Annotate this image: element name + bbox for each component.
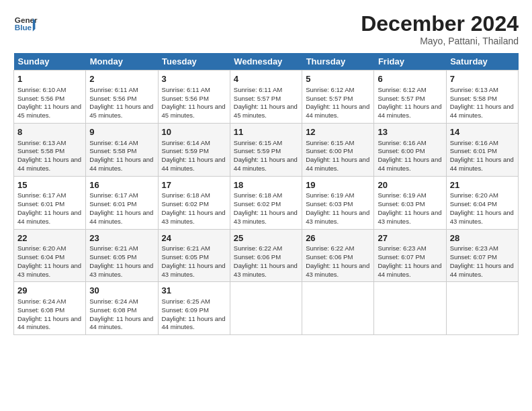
day-number: 11: [234, 126, 298, 138]
daylight-text: Daylight: 11 hours and 44 minutes.: [450, 103, 514, 119]
day-number: 14: [450, 126, 515, 138]
day-number: 12: [306, 126, 370, 138]
calendar-cell: 10Sunrise: 6:14 AMSunset: 5:59 PMDayligh…: [158, 123, 230, 176]
calendar-cell: 3Sunrise: 6:11 AMSunset: 5:56 PMDaylight…: [158, 71, 230, 124]
day-number: 10: [162, 126, 226, 138]
calendar-cell: 1Sunrise: 6:10 AMSunset: 5:56 PMDaylight…: [14, 71, 86, 124]
sunset-text: Sunset: 5:56 PM: [17, 95, 64, 102]
sunrise-text: Sunrise: 6:20 AM: [17, 244, 66, 252]
calendar-cell: 4Sunrise: 6:11 AMSunset: 5:57 PMDaylight…: [230, 71, 302, 124]
calendar-cell: 30Sunrise: 6:24 AMSunset: 6:08 PMDayligh…: [86, 282, 158, 335]
sunrise-text: Sunrise: 6:15 AM: [306, 139, 354, 146]
daylight-text: Daylight: 11 hours and 43 minutes.: [89, 262, 153, 278]
sunset-text: Sunset: 5:57 PM: [234, 95, 281, 102]
calendar-cell: [302, 282, 374, 335]
daylight-text: Daylight: 11 hours and 43 minutes.: [234, 262, 298, 278]
sunrise-text: Sunrise: 6:13 AM: [450, 86, 498, 93]
sunrise-text: Sunrise: 6:19 AM: [378, 191, 426, 199]
day-number: 6: [378, 73, 442, 85]
sunrise-text: Sunrise: 6:16 AM: [450, 139, 498, 146]
sunset-text: Sunset: 5:58 PM: [450, 95, 497, 102]
daylight-text: Daylight: 11 hours and 44 minutes.: [234, 156, 298, 172]
day-number: 7: [450, 73, 515, 85]
sunset-text: Sunset: 6:02 PM: [234, 200, 281, 208]
calendar-cell: 17Sunrise: 6:18 AMSunset: 6:02 PMDayligh…: [158, 176, 230, 229]
sunset-text: Sunset: 6:01 PM: [17, 200, 64, 208]
calendar-cell: 25Sunrise: 6:22 AMSunset: 6:06 PMDayligh…: [230, 229, 302, 282]
daylight-text: Daylight: 11 hours and 45 minutes.: [89, 103, 153, 119]
daylight-text: Daylight: 11 hours and 44 minutes.: [17, 156, 81, 172]
sunset-text: Sunset: 6:03 PM: [306, 200, 353, 208]
calendar-table: Sunday Monday Tuesday Wednesday Thursday…: [13, 53, 519, 335]
sunset-text: Sunset: 5:58 PM: [17, 147, 64, 154]
daylight-text: Daylight: 11 hours and 44 minutes.: [89, 156, 153, 172]
daylight-text: Daylight: 11 hours and 44 minutes.: [162, 315, 226, 331]
location-title: Mayo, Pattani, Thailand: [361, 36, 519, 46]
sunrise-text: Sunrise: 6:15 AM: [234, 139, 282, 146]
sunset-text: Sunset: 6:07 PM: [378, 253, 425, 261]
day-number: 28: [450, 232, 515, 244]
sunrise-text: Sunrise: 6:17 AM: [17, 191, 66, 199]
calendar-cell: 13Sunrise: 6:16 AMSunset: 6:00 PMDayligh…: [374, 123, 446, 176]
calendar-cell: 18Sunrise: 6:18 AMSunset: 6:02 PMDayligh…: [230, 176, 302, 229]
sunset-text: Sunset: 6:08 PM: [17, 306, 64, 314]
logo: General Blue: [13, 12, 38, 36]
week-row-5: 29Sunrise: 6:24 AMSunset: 6:08 PMDayligh…: [14, 282, 519, 335]
sunrise-text: Sunrise: 6:10 AM: [17, 86, 66, 93]
sunset-text: Sunset: 6:01 PM: [450, 147, 497, 154]
sunset-text: Sunset: 6:00 PM: [378, 147, 425, 154]
sunrise-text: Sunrise: 6:12 AM: [378, 86, 426, 93]
sunrise-text: Sunrise: 6:12 AM: [306, 86, 354, 93]
day-number: 25: [234, 232, 298, 244]
daylight-text: Daylight: 11 hours and 43 minutes.: [306, 262, 369, 278]
week-row-4: 22Sunrise: 6:20 AMSunset: 6:04 PMDayligh…: [14, 229, 519, 282]
sunrise-text: Sunrise: 6:22 AM: [306, 244, 354, 252]
col-thursday: Thursday: [302, 53, 374, 71]
sunset-text: Sunset: 6:04 PM: [450, 200, 497, 208]
sunrise-text: Sunrise: 6:16 AM: [378, 139, 426, 146]
week-row-3: 15Sunrise: 6:17 AMSunset: 6:01 PMDayligh…: [14, 176, 519, 229]
day-number: 5: [306, 73, 370, 85]
day-number: 8: [17, 126, 82, 138]
page-container: General Blue December 2024 Mayo, Pattani…: [0, 0, 532, 342]
daylight-text: Daylight: 11 hours and 44 minutes.: [306, 156, 369, 172]
sunset-text: Sunset: 5:58 PM: [89, 147, 136, 154]
logo-icon: General Blue: [13, 12, 38, 36]
day-number: 24: [162, 232, 226, 244]
sunset-text: Sunset: 5:59 PM: [162, 147, 209, 154]
daylight-text: Daylight: 11 hours and 44 minutes.: [17, 209, 81, 225]
day-number: 1: [17, 73, 82, 85]
day-number: 2: [89, 73, 154, 85]
day-number: 4: [234, 73, 298, 85]
day-number: 9: [89, 126, 154, 138]
calendar-cell: 23Sunrise: 6:21 AMSunset: 6:05 PMDayligh…: [86, 229, 158, 282]
calendar-cell: [446, 282, 518, 335]
sunrise-text: Sunrise: 6:14 AM: [89, 139, 138, 146]
calendar-cell: 11Sunrise: 6:15 AMSunset: 5:59 PMDayligh…: [230, 123, 302, 176]
sunrise-text: Sunrise: 6:11 AM: [234, 86, 282, 93]
day-number: 22: [17, 232, 82, 244]
sunrise-text: Sunrise: 6:23 AM: [450, 244, 498, 252]
week-row-2: 8Sunrise: 6:13 AMSunset: 5:58 PMDaylight…: [14, 123, 519, 176]
sunrise-text: Sunrise: 6:11 AM: [89, 86, 138, 93]
col-tuesday: Tuesday: [158, 53, 230, 71]
daylight-text: Daylight: 11 hours and 44 minutes.: [306, 103, 369, 119]
day-number: 23: [89, 232, 154, 244]
daylight-text: Daylight: 11 hours and 43 minutes.: [378, 209, 441, 225]
sunrise-text: Sunrise: 6:18 AM: [234, 191, 282, 199]
calendar-cell: 26Sunrise: 6:22 AMSunset: 6:06 PMDayligh…: [302, 229, 374, 282]
daylight-text: Daylight: 11 hours and 44 minutes.: [378, 156, 441, 172]
calendar-cell: 19Sunrise: 6:19 AMSunset: 6:03 PMDayligh…: [302, 176, 374, 229]
col-monday: Monday: [86, 53, 158, 71]
daylight-text: Daylight: 11 hours and 44 minutes.: [89, 209, 153, 225]
svg-text:Blue: Blue: [15, 23, 32, 32]
sunset-text: Sunset: 6:06 PM: [234, 253, 281, 261]
calendar-cell: 5Sunrise: 6:12 AMSunset: 5:57 PMDaylight…: [302, 71, 374, 124]
day-number: 17: [162, 179, 226, 191]
calendar-cell: 15Sunrise: 6:17 AMSunset: 6:01 PMDayligh…: [14, 176, 86, 229]
day-number: 18: [234, 179, 298, 191]
sunset-text: Sunset: 6:05 PM: [162, 253, 209, 261]
sunrise-text: Sunrise: 6:18 AM: [162, 191, 210, 199]
title-block: December 2024 Mayo, Pattani, Thailand: [361, 12, 519, 46]
daylight-text: Daylight: 11 hours and 44 minutes.: [450, 156, 514, 172]
